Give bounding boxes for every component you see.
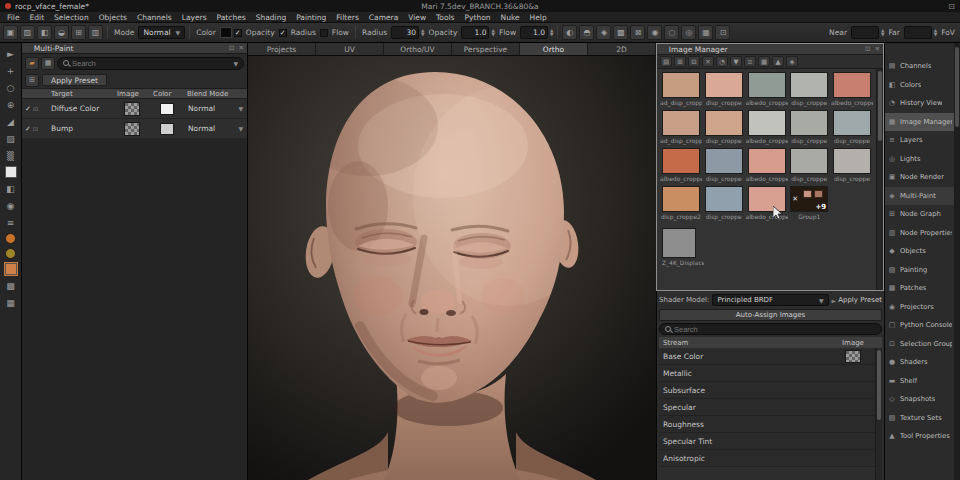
projection-off-icon[interactable]: ○ [664, 25, 679, 40]
image-thumbnail[interactable]: disp_croppe [790, 148, 830, 183]
image-thumbnail[interactable]: albedo_croppe [660, 148, 702, 183]
texture-tool-icon[interactable]: ▩ [3, 279, 19, 292]
thumbnail-image[interactable] [662, 110, 700, 136]
far-spinner[interactable]: ▲▼ [934, 29, 937, 37]
select-tool-icon[interactable]: ► [3, 47, 19, 60]
menu-item-patches[interactable]: Patches [212, 12, 251, 23]
gradient-tool-icon[interactable]: ◧ [3, 182, 19, 195]
image-thumbnail[interactable]: disp_croppe [704, 186, 744, 221]
close-icon[interactable]: ✕ [792, 195, 798, 203]
group-thumbnail[interactable]: ✕ +9 Group1 [790, 186, 830, 221]
thumbnail-image[interactable] [833, 110, 871, 136]
menu-item-edit[interactable]: Edit [25, 12, 50, 23]
scrollbar-handle[interactable] [955, 47, 959, 127]
sidebar-item-history-view[interactable]: ◔History View [885, 94, 954, 113]
warp-tool-icon[interactable]: ◢ [3, 115, 19, 128]
flow-field[interactable]: 1.0 [520, 26, 548, 39]
transform-tool-icon[interactable]: + [3, 64, 19, 77]
shader-model-dropdown[interactable]: Principled BRDF▼ [712, 294, 828, 306]
sidebar-item-node-graph[interactable]: ⊞Node Graph [885, 205, 954, 224]
blur-tool-icon[interactable]: ≡ [3, 216, 19, 229]
image-thumbnail[interactable]: disp_croppe [831, 148, 873, 183]
stream-row-roughness[interactable]: Roughness [659, 416, 875, 433]
stream-row-anisotropic[interactable]: Anisotropic [659, 450, 875, 467]
image-thumbnail[interactable]: ad_disp_croppe [660, 72, 702, 107]
mask-icon[interactable]: ▩ [613, 25, 628, 40]
float-panel-icon[interactable]: ⊡ [229, 44, 234, 52]
tab-ortho[interactable]: Ortho [520, 43, 588, 55]
thumbnail-image[interactable] [705, 110, 743, 136]
thumbnail-image[interactable] [833, 72, 871, 98]
pattern-tool-icon[interactable]: ▦ [3, 296, 19, 309]
3d-canvas[interactable] [248, 56, 656, 480]
displacement-thumbnail[interactable]: Z_4K_Displace [657, 224, 717, 271]
zoom-tool-icon[interactable]: ⊕ [3, 98, 19, 111]
window-widget-icon[interactable]: ⊡ [948, 2, 955, 11]
image-thumbnail[interactable]: disp_croppe [831, 110, 873, 145]
thumbnail-image[interactable] [748, 148, 786, 174]
close-panel-icon[interactable]: ✕ [239, 44, 244, 52]
grid-view-icon[interactable]: ▦ [41, 57, 55, 70]
export-icon[interactable]: ⊟ [688, 56, 700, 67]
sidebar-item-texture-sets[interactable]: ▧Texture Sets [885, 409, 954, 428]
stream-row-base-color[interactable]: Base Color [659, 348, 875, 365]
delete-icon[interactable]: ✕ [702, 56, 714, 67]
paint-target-icon[interactable]: ▰ [25, 57, 39, 70]
opacity-field[interactable]: 1.0 [461, 26, 489, 39]
open-folder-icon[interactable]: ▤ [660, 56, 672, 67]
opacity-checkbox[interactable]: ✓ [234, 29, 242, 37]
scrollbar-handle[interactable] [878, 71, 882, 141]
eraser-mode-icon[interactable]: ▨ [20, 25, 35, 40]
lock-paint-icon[interactable]: ⊠ [630, 25, 645, 40]
sidebar-item-lights[interactable]: ◎Lights [885, 150, 954, 169]
refresh-icon[interactable]: ◔ [716, 56, 728, 67]
gradient-mode-icon[interactable]: ▥ [88, 25, 103, 40]
image-thumbnail[interactable]: albedo_croppe [746, 72, 788, 107]
sidebar-item-shaders[interactable]: ●Shaders [885, 353, 954, 372]
search-input[interactable] [72, 59, 230, 68]
sidebar-item-patches[interactable]: ▩Patches [885, 279, 954, 298]
paint-mode-icon[interactable]: ▣ [3, 25, 18, 40]
lasso-tool-icon[interactable]: ○ [3, 81, 19, 94]
sidebar-item-node-render[interactable]: ▣Node Render [885, 168, 954, 187]
radius-spinner[interactable]: ▲▼ [421, 29, 424, 37]
flow-spinner[interactable]: ▲▼ [550, 29, 553, 37]
thumbnail-image[interactable] [705, 72, 743, 98]
sort-icon[interactable]: ▲ [772, 56, 784, 67]
enabled-checkbox[interactable]: ✓ [25, 125, 31, 133]
color-swatch[interactable] [160, 103, 174, 115]
tab-2d[interactable]: 2D [588, 43, 656, 55]
secondary-color-swatch[interactable] [5, 248, 16, 259]
drag-grip-icon[interactable]: ∷ [25, 45, 30, 52]
stream-row-specular-tint[interactable]: Specular Tint [659, 433, 875, 450]
settings-icon[interactable]: ◈ [786, 56, 798, 67]
float-panel-icon[interactable]: ⊡ [865, 45, 870, 53]
tab-uv[interactable]: UV [316, 43, 384, 55]
3d-head-model[interactable] [248, 56, 656, 480]
mirror-v-icon[interactable]: ◓ [579, 25, 594, 40]
paint-color-swatch[interactable] [220, 27, 232, 38]
sidebar-item-snapshots[interactable]: ◇Snapshots [885, 390, 954, 409]
color-swatch[interactable] [160, 123, 174, 135]
menu-item-view[interactable]: View [403, 12, 431, 23]
filter-icon[interactable]: ▼ [730, 56, 742, 67]
tab-projects[interactable]: Projects [248, 43, 316, 55]
thumbnail-image[interactable] [705, 148, 743, 174]
menu-item-shading[interactable]: Shading [251, 12, 291, 23]
sidebar-item-projectors[interactable]: ◉Projectors [885, 298, 954, 317]
image-thumbnail[interactable]: albedo_croppe [831, 72, 873, 107]
stream-row-specular[interactable]: Specular [659, 399, 875, 416]
menu-item-painting[interactable]: Painting [291, 12, 331, 23]
image-thumbnail[interactable]: albedo_croppe [746, 148, 788, 183]
image-thumbnail[interactable]: ad_disp_croppe [660, 110, 702, 145]
image-thumbnail[interactable]: albedo_croppe [746, 186, 788, 221]
apply-preset-button[interactable]: Apply Preset [42, 74, 107, 86]
blend-mode-dropdown[interactable]: Normal▼ [184, 104, 247, 113]
symmetry-icon[interactable]: ◈ [596, 25, 611, 40]
sidebar-item-colors[interactable]: ◧Colors [885, 76, 954, 95]
thumbnail-view-icon[interactable]: ▦ [758, 56, 770, 67]
sidebar-item-shelf[interactable]: ▬Shelf [885, 372, 954, 391]
blur-mode-icon[interactable]: ◒ [54, 25, 69, 40]
thumbnail-image[interactable] [833, 148, 871, 174]
opacity-spinner[interactable]: ▲▼ [491, 29, 494, 37]
